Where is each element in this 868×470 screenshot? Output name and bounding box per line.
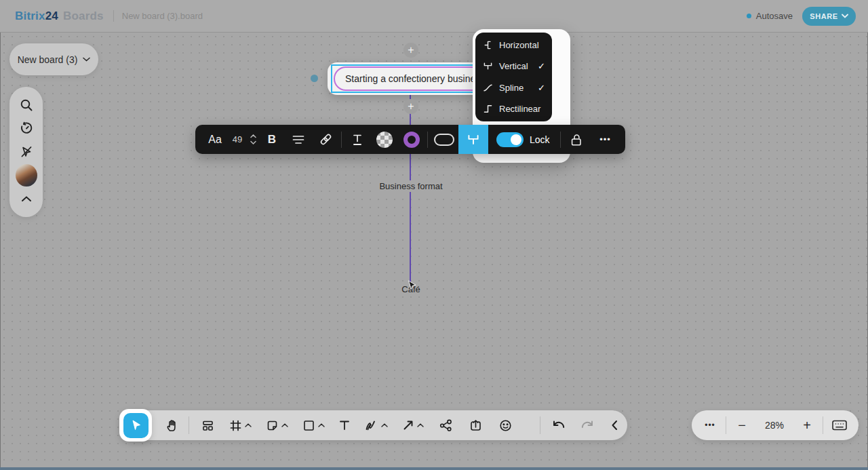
undo-button[interactable]: [545, 410, 573, 440]
menu-item-label: Rectilinear: [499, 104, 540, 114]
chevron-down-icon: [83, 57, 90, 62]
border-color-button[interactable]: [398, 125, 425, 154]
hand-icon: [164, 418, 179, 433]
history-controls: [536, 410, 627, 440]
plus-icon: +: [408, 101, 414, 112]
sticky-note-tool-button[interactable]: [258, 410, 295, 440]
frame-icon: [229, 418, 243, 433]
cursor-icon: [128, 418, 143, 433]
zoom-out-button[interactable]: −: [728, 410, 756, 440]
arrow-tool-button[interactable]: [394, 410, 431, 440]
lock-control: Lock: [488, 125, 558, 154]
emoji-tool-button[interactable]: [490, 410, 520, 440]
layout-tool-button[interactable]: [193, 410, 222, 440]
mindmap-tool-button[interactable]: [431, 410, 460, 440]
spline-icon: [482, 82, 494, 94]
toolbar-divider: [540, 416, 540, 434]
chevron-down-icon: [250, 140, 256, 144]
more-options-button[interactable]: •••: [590, 125, 621, 154]
link-button[interactable]: [312, 125, 339, 154]
frame-tool-button[interactable]: [222, 410, 258, 440]
horizontal-layout-icon: [482, 39, 494, 51]
redo-icon: [580, 419, 595, 431]
rectilinear-icon: [482, 103, 494, 115]
vertical-layout-icon: [466, 132, 481, 147]
collapse-toolbar-button[interactable]: [601, 410, 627, 440]
child-node[interactable]: Business format: [375, 180, 446, 192]
autosave-dot-icon: [747, 14, 751, 18]
menu-item-horizontal[interactable]: Horizontal: [475, 35, 552, 56]
toolbar-divider: [726, 416, 726, 434]
text-tool-button[interactable]: [332, 410, 357, 440]
pointer-hidden-icon[interactable]: [16, 141, 37, 163]
check-icon: ✓: [538, 83, 545, 93]
menu-item-label: Horizontal: [499, 40, 539, 50]
chevron-up-icon: [417, 423, 424, 427]
add-node-top-button[interactable]: +: [403, 43, 418, 58]
logo-product: Boards: [63, 9, 104, 23]
bottom-toolbar: [122, 410, 627, 440]
board-selector-label: New board (3): [18, 54, 78, 65]
window-bottom-edge: [0, 467, 868, 470]
text-align-button[interactable]: [285, 125, 312, 154]
fill-color-button[interactable]: [371, 125, 398, 154]
chevron-up-icon: [281, 423, 288, 427]
align-icon: [292, 133, 305, 146]
arrow-icon: [401, 418, 415, 432]
add-node-bottom-button[interactable]: +: [403, 99, 418, 114]
text-color-button[interactable]: [344, 125, 371, 154]
font-size-stepper[interactable]: [247, 125, 259, 154]
kanban-icon: [201, 418, 215, 433]
lock-toggle[interactable]: [496, 132, 524, 147]
share-label: SHARE: [810, 12, 838, 20]
select-tool-button[interactable]: [123, 413, 149, 438]
menu-item-label: Vertical: [499, 61, 528, 71]
toolbar-divider: [341, 132, 342, 148]
bold-button[interactable]: B: [259, 125, 285, 154]
menu-item-label: Spline: [499, 83, 524, 93]
timer-icon[interactable]: [16, 117, 37, 139]
share-button[interactable]: SHARE: [802, 7, 856, 26]
menu-item-rectilinear[interactable]: Rectilinear: [475, 98, 552, 119]
shape-style-button[interactable]: [430, 125, 458, 154]
smiley-icon: [498, 418, 513, 433]
menu-item-vertical[interactable]: Vertical ✓: [475, 56, 552, 77]
collapse-rail-button[interactable]: [16, 188, 37, 210]
hand-tool-button[interactable]: [159, 410, 184, 440]
search-icon[interactable]: [16, 94, 37, 116]
undo-icon: [551, 419, 566, 431]
keyboard-icon: [831, 419, 848, 431]
unlock-button[interactable]: [563, 125, 590, 154]
import-tool-button[interactable]: [460, 410, 490, 440]
unlock-icon: [569, 132, 584, 147]
chevron-up-icon: [381, 423, 388, 427]
menu-item-spline[interactable]: Spline ✓: [475, 77, 552, 98]
logo-bitrix: Bitrix: [15, 9, 45, 23]
pen-tool-button[interactable]: [357, 410, 394, 440]
zoom-in-button[interactable]: +: [793, 410, 821, 440]
font-size-value[interactable]: 49: [228, 125, 247, 154]
shape-tool-button[interactable]: [295, 410, 332, 440]
text-icon: [338, 418, 351, 432]
connector-type-menu: Horizontal Vertical ✓ Spline ✓ Rectiline…: [475, 33, 552, 121]
board-canvas[interactable]: [0, 33, 868, 470]
child-node-label: Business format: [379, 181, 442, 191]
purple-border-swatch-icon: [403, 132, 420, 148]
text-color-icon: [351, 132, 364, 147]
canvas-more-button[interactable]: •••: [696, 410, 724, 440]
redo-button[interactable]: [573, 410, 601, 440]
chevron-up-icon: [245, 423, 252, 427]
user-avatar[interactable]: [16, 165, 37, 187]
board-filename: New board (3).board: [122, 11, 203, 21]
header-divider: [113, 10, 114, 22]
connector-layout-button[interactable]: [458, 125, 488, 154]
autosave-label: Autosave: [756, 11, 793, 21]
check-icon: ✓: [538, 61, 545, 71]
toolbar-divider: [823, 416, 823, 434]
font-family-button[interactable]: Aa: [202, 125, 228, 154]
board-selector[interactable]: New board (3): [9, 43, 98, 75]
shortcuts-button[interactable]: [825, 410, 854, 440]
selection-toolbar: Aa 49 B Lock: [195, 125, 625, 154]
zoom-level[interactable]: 28%: [756, 410, 793, 440]
connection-handle[interactable]: [311, 75, 318, 82]
